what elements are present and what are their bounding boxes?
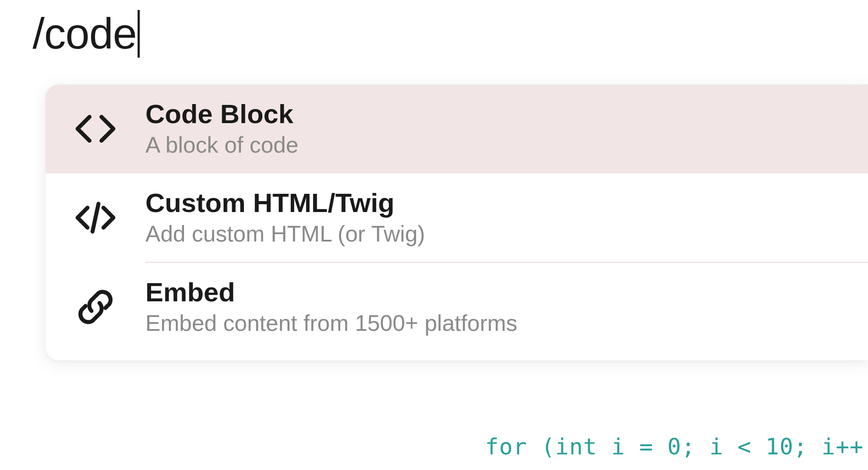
menu-item-desc: Embed content from 1500+ platforms [145,310,517,336]
menu-item-desc: Add custom HTML (or Twig) [145,220,425,247]
slash-command-text: /code [33,9,137,59]
text-cursor [138,10,140,58]
menu-item-custom-html-twig[interactable]: Custom HTML/Twig Add custom HTML (or Twi… [46,173,868,262]
svg-line-0 [92,204,99,232]
menu-item-embed[interactable]: Embed Embed content from 1500+ platforms [46,263,868,352]
menu-item-text: Custom HTML/Twig Add custom HTML (or Twi… [145,188,425,248]
slash-command-menu: Code Block A block of code Custom HTML/T… [46,85,868,360]
menu-item-text: Embed Embed content from 1500+ platforms [145,277,517,337]
menu-item-text: Code Block A block of code [145,99,299,159]
link-icon [72,283,119,331]
menu-item-desc: A block of code [145,131,299,158]
menu-item-title: Code Block [145,99,299,129]
menu-item-title: Embed [145,277,517,307]
code-slash-icon [72,194,119,242]
menu-item-code-block[interactable]: Code Block A block of code [46,85,868,173]
background-code-line: for (int i = 0; i < 10; i++ [0,434,868,460]
menu-item-title: Custom HTML/Twig [145,188,425,218]
angle-brackets-icon [72,105,119,153]
slash-command-input[interactable]: /code [33,9,140,59]
